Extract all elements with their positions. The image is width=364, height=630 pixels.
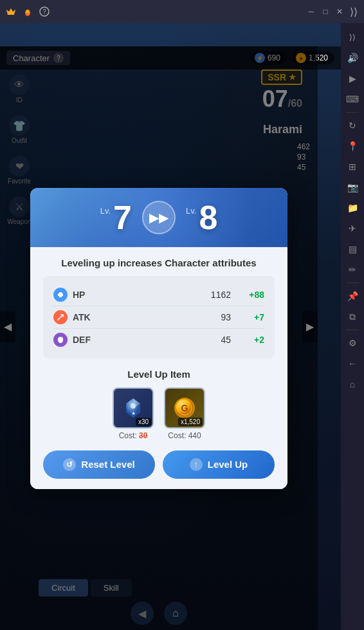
crown-icon [5, 6, 17, 17]
layers-icon[interactable]: ⧉ [343, 308, 361, 326]
crystal-cost-value: 30 [139, 431, 147, 440]
levelup-modal: Lv. 7 ▶▶ Lv. 8 Leveling up increases Cha… [30, 188, 287, 489]
reset-level-button[interactable]: ↺ Reset Level [43, 450, 155, 479]
maximize-button[interactable]: □ [320, 6, 331, 17]
arrow-symbol: ▶▶ [149, 210, 168, 225]
coin-cost-value: 440 [188, 431, 201, 440]
expand-icon[interactable]: ⟩⟩ [349, 6, 359, 17]
reset-icon: ↺ [63, 458, 76, 471]
topbar-left: ? [5, 6, 50, 17]
folder-icon[interactable]: 📁 [343, 199, 361, 217]
sidebar-divider-3 [346, 329, 359, 330]
home-icon[interactable]: ⌂ [343, 375, 361, 393]
svg-point-6 [131, 403, 136, 409]
svg-text:?: ? [42, 8, 46, 15]
from-lv-label: Lv. [100, 206, 111, 216]
camera-icon[interactable]: 📷 [343, 178, 361, 196]
edit-icon[interactable]: ✏ [343, 261, 361, 279]
item-card-crystal: ★ x30 Cost: 30 [113, 387, 154, 440]
volume-icon[interactable]: 🔊 [343, 49, 361, 67]
def-change: +2 [241, 335, 264, 345]
svg-text:★: ★ [131, 411, 136, 416]
atk-value: 93 [199, 312, 231, 322]
level-arrow-icon: ▶▶ [142, 201, 176, 234]
help-icon[interactable]: ? [39, 6, 50, 17]
atk-icon [53, 310, 68, 324]
to-lv-label: Lv. [186, 206, 196, 216]
plane-icon[interactable]: ✈ [343, 219, 361, 237]
hp-change: +88 [241, 290, 264, 300]
crystal-item-image: ★ x30 [113, 387, 154, 429]
atk-row: ATK 93 +7 [53, 306, 264, 329]
modal-body: Leveling up increases Character attribut… [30, 247, 287, 489]
layout-icon[interactable]: ▤ [343, 240, 361, 258]
crystal-cost: Cost: 30 [119, 431, 148, 440]
modal-header: Lv. 7 ▶▶ Lv. 8 [30, 188, 287, 247]
coin-count-badge: x1,520 [178, 418, 203, 426]
def-row: DEF 45 +2 [53, 329, 264, 351]
hp-row: HP 1162 +88 [53, 284, 264, 306]
coin-cost: Cost: 440 [168, 431, 201, 440]
right-sidebar: ⟩⟩ 🔊 ▶ ⌨ ↻ 📍 ⊞ 📷 📁 ✈ ▤ ✏ 📌 ⧉ ⚙ ← ⌂ [341, 23, 364, 630]
grid-icon[interactable]: ⊞ [343, 158, 361, 176]
fire-icon [22, 6, 33, 17]
to-lv-number: 8 [199, 201, 217, 234]
back-icon[interactable]: ← [343, 355, 361, 373]
svg-point-1 [26, 10, 30, 14]
to-level-group: Lv. 8 [186, 201, 217, 234]
item-card-coin: G x1,520 Cost: 440 [164, 387, 205, 440]
items-section-title: Level Up Item [43, 369, 275, 380]
from-level-group: Lv. 7 [100, 201, 132, 234]
atk-change: +7 [241, 312, 264, 322]
game-background: Character ? ⚡ 690 ● 1,520 👁 ID 👕 Outfit … [0, 23, 341, 630]
levelup-icon: ↑ [190, 458, 203, 471]
modal-overlay: Lv. 7 ▶▶ Lv. 8 Leveling up increases Cha… [0, 46, 318, 630]
from-lv-number: 7 [113, 201, 132, 234]
level-display: Lv. 7 ▶▶ Lv. 8 [100, 201, 218, 234]
keyboard-icon[interactable]: ⌨ [343, 90, 361, 108]
sidebar-divider-1 [346, 112, 359, 113]
modal-subtitle: Leveling up increases Character attribut… [43, 257, 275, 268]
svg-text:G: G [181, 403, 188, 413]
def-icon [53, 333, 68, 347]
reset-label: Reset Level [81, 459, 134, 470]
topbar-right: ─ □ ✕ ⟩⟩ [306, 6, 359, 17]
expand-sidebar-icon[interactable]: ⟩⟩ [343, 28, 361, 46]
def-value: 45 [199, 335, 231, 345]
play-icon[interactable]: ▶ [343, 69, 361, 88]
levelup-label: Level Up [208, 459, 248, 470]
rotate-icon[interactable]: ↻ [343, 116, 361, 134]
items-row: ★ x30 Cost: 30 [43, 387, 275, 440]
sidebar-divider-2 [346, 283, 359, 283]
crystal-count-badge: x30 [136, 418, 151, 426]
pin-icon[interactable]: 📌 [343, 287, 361, 305]
coin-item-image: G x1,520 [164, 387, 205, 429]
modal-buttons: ↺ Reset Level ↑ Level Up [43, 450, 275, 479]
hp-label: HP [73, 290, 199, 300]
atk-label: ATK [73, 312, 199, 322]
location-icon[interactable]: 📍 [343, 137, 361, 155]
attributes-box: HP 1162 +88 ATK 93 +7 [43, 276, 275, 358]
close-button[interactable]: ✕ [334, 6, 345, 17]
hp-icon [53, 288, 68, 302]
topbar: ? ─ □ ✕ ⟩⟩ [0, 0, 364, 23]
def-label: DEF [73, 335, 199, 345]
hp-value: 1162 [199, 290, 231, 300]
level-up-button[interactable]: ↑ Level Up [163, 450, 275, 479]
minimize-button[interactable]: ─ [306, 6, 316, 17]
settings-icon[interactable]: ⚙ [343, 334, 361, 352]
